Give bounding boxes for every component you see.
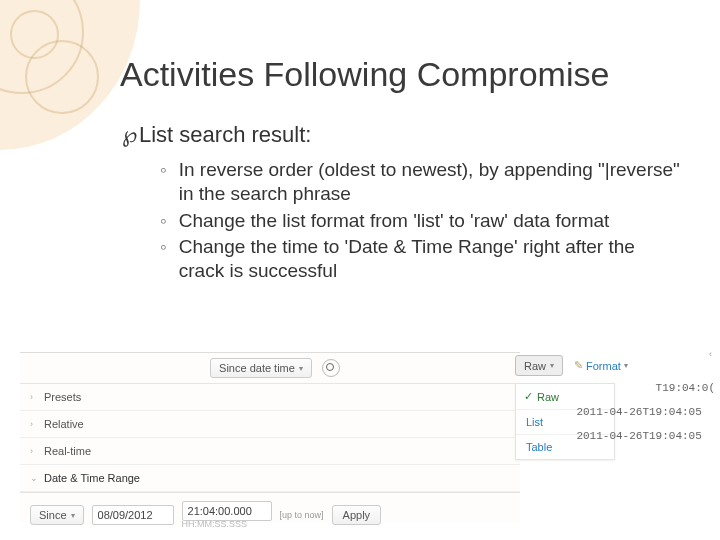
bullet-level1: ℘ List search result: <box>122 122 680 148</box>
search-icon[interactable] <box>322 359 340 377</box>
time-input[interactable]: 21:04:00.000 <box>182 501 272 521</box>
sub-bullet-text: Change the time to 'Date & Time Range' r… <box>179 235 680 283</box>
results-format-area: ‹ Raw Format Raw List Table <box>515 352 715 460</box>
since-selector-label: Since <box>39 509 67 521</box>
pencil-icon <box>574 359 583 372</box>
time-row-daterange[interactable]: ⌄ Date & Time Range <box>20 465 520 492</box>
timestamp-row: T19:04:0( <box>576 382 715 394</box>
row-label: Date & Time Range <box>44 472 140 484</box>
chevron-right-icon: › <box>30 419 38 429</box>
slide-title: Activities Following Compromise <box>120 55 680 94</box>
time-row-relative[interactable]: › Relative <box>20 411 520 438</box>
sub-bullet-text: In reverse order (oldest to newest), by … <box>179 158 680 206</box>
scroll-hint-icon: ‹ <box>709 349 712 359</box>
raw-format-button[interactable]: Raw <box>515 355 563 376</box>
format-menu[interactable]: Format <box>567 355 635 376</box>
toolbar: Since date time <box>20 353 520 384</box>
date-time-controls: Since 08/09/2012 21:04:00.000 HH:MM:SS.S… <box>20 492 520 537</box>
time-row-presets[interactable]: › Presets <box>20 384 520 411</box>
time-range-selector[interactable]: Since date time <box>210 358 312 378</box>
bullet-glyph-circle: ◦ <box>160 235 167 283</box>
time-range-panel: Since date time › Presets › Relative › R… <box>20 352 520 523</box>
bullet-glyph-circle: ◦ <box>160 158 167 206</box>
dropdown-item-label: List <box>526 416 543 428</box>
dropdown-item-label: Table <box>526 441 552 453</box>
sub-bullet-text: Change the list format from 'list' to 'r… <box>179 209 610 233</box>
row-label: Real-time <box>44 445 91 457</box>
format-menu-label: Format <box>586 360 621 372</box>
sub-bullet: ◦ Change the time to 'Date & Time Range'… <box>160 235 680 283</box>
bullet-glyph-swirl: ℘ <box>122 122 137 148</box>
chevron-down-icon: ⌄ <box>30 473 38 483</box>
timestamps-column: T19:04:0( 2011-04-26T19:04:05 2011-04-26… <box>576 377 715 454</box>
date-input[interactable]: 08/09/2012 <box>92 505 174 525</box>
time-range-selector-label: Since date time <box>219 362 295 374</box>
chevron-right-icon: › <box>30 392 38 402</box>
chevron-right-icon: › <box>30 446 38 456</box>
embedded-ui: Since date time › Presets › Relative › R… <box>20 352 715 522</box>
sub-bullet: ◦ In reverse order (oldest to newest), b… <box>160 158 680 206</box>
timestamp-row: 2011-04-26T19:04:05 <box>576 430 715 442</box>
bullet1-text: List search result: <box>139 122 311 148</box>
timestamp-row: 2011-04-26T19:04:05 <box>576 406 715 418</box>
upto-now-hint: [up to now] <box>280 510 324 520</box>
bullet-glyph-circle: ◦ <box>160 209 167 233</box>
sub-bullet: ◦ Change the list format from 'list' to … <box>160 209 680 233</box>
row-label: Presets <box>44 391 81 403</box>
raw-format-label: Raw <box>524 360 546 372</box>
row-label: Relative <box>44 418 84 430</box>
since-selector[interactable]: Since <box>30 505 84 525</box>
dropdown-item-label: Raw <box>537 391 559 403</box>
apply-button[interactable]: Apply <box>332 505 382 525</box>
time-range-type-list: › Presets › Relative › Real-time ⌄ Date … <box>20 384 520 492</box>
time-row-realtime[interactable]: › Real-time <box>20 438 520 465</box>
